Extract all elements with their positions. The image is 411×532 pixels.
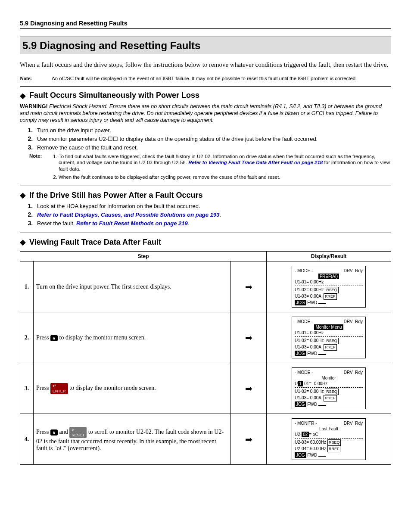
row3-num: 3.: [20, 363, 34, 414]
step-b2-link[interactable]: Refer to Fault Displays, Causes, and Pos…: [37, 212, 219, 218]
lcd-screen: - MODE -DRV Rdy FREF(AI) U1-01= 0.00Hz U…: [292, 266, 366, 308]
step-b3-link[interactable]: Refer to Fault Reset Methods on page 219: [76, 220, 188, 227]
rule: [20, 186, 391, 186]
row2-display: - MODE -DRV Rdy Monitor Menu U1-01= 0.00…: [267, 312, 391, 363]
arrow-icon: ➡: [231, 261, 267, 312]
lcd-rdy: Rdy: [355, 268, 363, 273]
header-rule: [20, 28, 391, 29]
lcd-title: Monitor: [295, 375, 363, 381]
lcd-line: U2-04= 60.00Hz RREF: [295, 446, 363, 452]
lcd-fwd: FWD: [307, 351, 317, 356]
row3-post: to display the monitor mode screen.: [68, 385, 156, 391]
step-b1: Look at the HOA keypad for information o…: [34, 202, 391, 209]
note-b1: To find out what faults were triggered, …: [59, 153, 391, 173]
lcd-tag: RREF: [324, 344, 337, 351]
row3-display: - MODE -DRV Rdy Monitor U1-01= 0.00Hz U1…: [267, 363, 391, 414]
lcd-jog: JOG: [295, 452, 306, 458]
step-b2: Refer to Fault Displays, Causes, and Pos…: [34, 211, 391, 218]
warning-paragraph: WARNING! Electrical Shock Hazard. Ensure…: [20, 103, 391, 124]
lcd-tag: RSEQ: [325, 389, 339, 395]
arrow-icon: ➡: [231, 414, 267, 465]
lcd-screen: - MONITR -DRV Rdy Last Fault U2-02= oC U…: [292, 418, 366, 460]
step-b3-pre: Reset the fault.: [37, 220, 76, 227]
diamond-icon: ◆: [20, 91, 26, 100]
row4-desc: Press and >RESET to scroll to monitor U2…: [34, 414, 231, 465]
step-b3: Reset the fault. Refer to Fault Reset Me…: [34, 220, 391, 227]
step-a2: Use monitor parameters U2-☐☐ to display …: [34, 135, 391, 142]
lcd-mode: - MONITR -: [295, 420, 317, 426]
lcd-rdy: Rdy: [355, 370, 363, 375]
diamond-icon: ◆: [20, 237, 26, 247]
rule: [20, 86, 391, 87]
rule: [20, 233, 391, 233]
subsection-c-head: ◆ Viewing Fault Trace Data After Fault: [20, 237, 391, 247]
lcd-tag: RREF: [324, 395, 337, 401]
lcd-tag: RREF: [324, 293, 337, 300]
table-row: 1. Turn on the drive input power. The fi…: [20, 261, 391, 312]
lcd-title: Last Fault: [295, 426, 363, 432]
lcd-line: U1-02= 0.00Hz RSEQ: [295, 389, 363, 395]
lcd-mode: - MODE -: [295, 370, 313, 375]
lcd-tag: RREF: [327, 446, 341, 452]
lcd-line: U1-03= 0.00A RREF: [295, 395, 363, 401]
subsection-c-title: Viewing Fault Trace Data After Fault: [29, 238, 161, 247]
row3-pre: Press: [36, 385, 50, 391]
subsection-a-title: Fault Occurs Simultaneously with Power L…: [29, 91, 199, 100]
lcd-screen: - MODE -DRV Rdy Monitor U1-01= 0.00Hz U1…: [292, 367, 366, 409]
step-a3: Remove the cause of the fault and reset.: [34, 144, 391, 151]
steps-a: Turn on the drive input power. Use monit…: [34, 127, 391, 151]
row1-num: 1.: [20, 261, 34, 312]
lcd-jog: JOG: [295, 351, 306, 356]
lcd-drv: DRV: [344, 268, 353, 273]
note-b1-link[interactable]: Refer to Viewing Fault Trace Data After …: [188, 160, 323, 165]
row4-num: 4.: [20, 414, 34, 465]
note-b-list: To find out what faults were triggered, …: [51, 153, 391, 183]
lcd-drv: DRV: [344, 421, 353, 426]
table-row: 3. Press ↵ENTER to display the monitor m…: [20, 363, 391, 414]
row2-num: 2.: [20, 312, 34, 363]
lcd-line: U2-03= 60.00Hz RSEQ: [295, 439, 363, 446]
col-step: Step: [20, 252, 267, 261]
table-row: 2. Press to display the monitor menu scr…: [20, 312, 391, 363]
subsection-b-title: If the Drive Still has Power After a Fau…: [29, 191, 202, 200]
lcd-jog: JOG: [295, 300, 306, 305]
lcd-line: U1-01= 0.00Hz: [295, 279, 363, 285]
row2-desc: Press to display the monitor menu screen…: [34, 312, 231, 363]
warning-body: Electrical Shock Hazard. Ensure there ar…: [20, 103, 382, 124]
note-b2: When the fault continues to be displayed…: [59, 174, 391, 180]
warning-label: WARNING!: [20, 103, 48, 109]
table-row: 4. Press and >RESET to scroll to monitor…: [20, 414, 391, 465]
arrow-icon: ➡: [231, 312, 267, 363]
lcd-line: U2-02= oC: [295, 432, 363, 437]
row1-desc: Turn on the drive input power. The first…: [34, 261, 231, 312]
step-a1: Turn on the drive input power.: [34, 127, 391, 134]
lcd-tag: RSEQ: [325, 338, 339, 344]
lcd-drv: DRV: [344, 319, 353, 324]
lcd-title: FREF(AI): [318, 274, 339, 279]
row4-mid: and: [58, 429, 69, 435]
row4-pre: Press: [36, 429, 50, 435]
lcd-rdy: Rdy: [355, 421, 363, 426]
row2-post: to display the monitor menu screen.: [58, 334, 146, 341]
lcd-line: U1-03= 0.00A RREF: [295, 293, 363, 300]
up-key-icon: [50, 429, 58, 436]
lcd-line: U1-01= 0.00Hz: [295, 330, 363, 336]
subsection-a-head: ◆ Fault Occurs Simultaneously with Power…: [20, 91, 391, 100]
steps-b: Look at the HOA keypad for information o…: [34, 202, 391, 227]
row4-display: - MONITR -DRV Rdy Last Fault U2-02= oC U…: [267, 414, 391, 465]
lcd-line: U1-01= 0.00Hz: [295, 381, 363, 386]
arrow-icon: ➡: [231, 363, 267, 414]
row1-display: - MODE -DRV Rdy FREF(AI) U1-01= 0.00Hz U…: [267, 261, 391, 312]
intro-paragraph: When a fault occurs and the drive stops,…: [20, 61, 391, 69]
lcd-rdy: Rdy: [355, 319, 363, 324]
note-b: Note: To find out what faults were trigg…: [29, 153, 391, 183]
lcd-mode: - MODE -: [295, 268, 313, 274]
lcd-drv: DRV: [344, 370, 353, 375]
lcd-mode: - MODE -: [295, 319, 313, 324]
reset-key-icon: >RESET: [69, 427, 87, 438]
up-key-icon: [50, 335, 58, 341]
col-display: Display/Result: [267, 252, 391, 261]
lcd-tag: RSEQ: [327, 439, 341, 446]
lcd-fwd: FWD: [307, 300, 317, 305]
enter-key-icon: ↵ENTER: [50, 383, 68, 394]
